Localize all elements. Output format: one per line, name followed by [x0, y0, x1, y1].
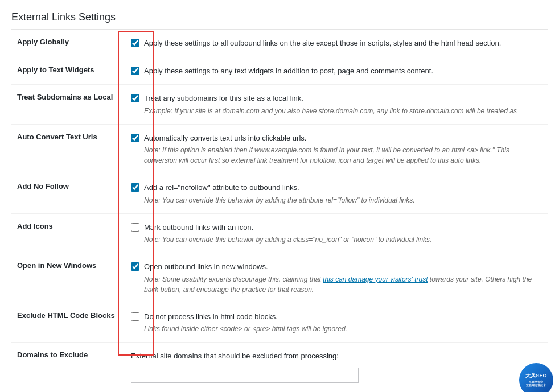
label-open-new-windows: Open in New Windows — [11, 253, 125, 303]
domains-label: Domains to Exclude — [11, 343, 125, 391]
settings-row-apply-text-widgets: Apply to Text WidgetsApply these setting… — [11, 57, 548, 85]
label-auto-convert-urls: Auto Convert Text Urls — [11, 124, 125, 174]
settings-table: Apply GloballyApply these settings to al… — [11, 30, 548, 343]
main-desc-treat-subdomains: Treat any subdomains for this site as a … — [144, 93, 517, 104]
sub-note-treat-subdomains: Example: If your site is at domain.com a… — [144, 106, 517, 116]
domains-desc: External site domains that should be exc… — [131, 350, 542, 362]
domains-input-area — [131, 365, 542, 383]
checkbox-apply-globally[interactable] — [131, 39, 139, 47]
control-row-auto-convert-urls: Automatically converts text urls into cl… — [131, 133, 542, 166]
settings-row-add-icons: Add IconsMark outbound links with an ico… — [11, 213, 548, 253]
checkbox-add-no-follow[interactable] — [131, 183, 139, 192]
label-apply-text-widgets: Apply to Text Widgets — [11, 57, 125, 85]
main-desc-apply-globally: Apply these settings to all outbound lin… — [144, 38, 501, 49]
main-desc-exclude-html-blocks: Do not process links in html code blocks… — [144, 311, 347, 323]
domains-row: Domains to Exclude External site domains… — [11, 343, 548, 391]
settings-row-exclude-html-blocks: Exclude HTML Code BlocksDo not process l… — [11, 303, 548, 343]
checkbox-open-new-windows[interactable] — [131, 262, 139, 271]
control-row-open-new-windows: Open outbound links in new windows.Note:… — [131, 261, 542, 295]
control-row-apply-globally: Apply these settings to all outbound lin… — [131, 38, 542, 49]
sub-note-open-new-windows: Note: Some usability experts discourage … — [144, 274, 542, 295]
settings-row-auto-convert-urls: Auto Convert Text UrlsAutomatically conv… — [11, 124, 548, 174]
control-row-exclude-html-blocks: Do not process links in html code blocks… — [131, 311, 542, 335]
settings-row-open-new-windows: Open in New WindowsOpen outbound links i… — [11, 253, 548, 303]
page-wrap: External Links Settings Apply GloballyAp… — [0, 0, 559, 392]
label-apply-globally: Apply Globally — [11, 30, 125, 57]
page-title: External Links Settings — [11, 11, 548, 30]
settings-row-apply-globally: Apply GloballyApply these settings to al… — [11, 30, 548, 57]
control-row-add-no-follow: Add a rel="nofollow" attribute to outbou… — [131, 182, 542, 205]
sub-note-add-no-follow: Note: You can override this behavior by … — [144, 195, 415, 205]
main-desc-open-new-windows: Open outbound links in new windows. — [144, 261, 542, 273]
sub-note-add-icons: Note: You can override this behavior by … — [144, 234, 431, 245]
settings-row-treat-subdomains: Treat Subdomains as LocalTreat any subdo… — [11, 85, 548, 125]
domains-input[interactable] — [131, 368, 359, 383]
control-row-apply-text-widgets: Apply these settings to any text widgets… — [131, 65, 542, 77]
main-desc-apply-text-widgets: Apply these settings to any text widgets… — [144, 65, 433, 77]
main-desc-add-icons: Mark outbound links with an icon. — [144, 222, 431, 233]
main-desc-add-no-follow: Add a rel="nofollow" attribute to outbou… — [144, 182, 415, 193]
sub-note-auto-convert-urls: Note: If this option is enabled then if … — [144, 145, 542, 166]
watermark: 大兵SEO 互联网行业 互联网运营技术 — [519, 363, 553, 393]
label-add-no-follow: Add No Follow — [11, 174, 125, 214]
sub-note-exclude-html-blocks: Links found inside either <code> or <pre… — [144, 324, 347, 334]
checkbox-apply-text-widgets[interactable] — [131, 67, 139, 75]
checkbox-exclude-html-blocks[interactable] — [131, 312, 139, 321]
checkbox-treat-subdomains[interactable] — [131, 94, 139, 102]
label-add-icons: Add Icons — [11, 213, 125, 253]
label-treat-subdomains: Treat Subdomains as Local — [11, 85, 125, 125]
main-desc-auto-convert-urls: Automatically converts text urls into cl… — [144, 133, 542, 144]
watermark-text: 大兵SEO 互联网行业 互联网运营技术 — [525, 373, 546, 387]
checkbox-auto-convert-urls[interactable] — [131, 134, 139, 142]
control-row-add-icons: Mark outbound links with an icon.Note: Y… — [131, 222, 542, 245]
domains-section: Domains to Exclude External site domains… — [11, 343, 548, 391]
checkbox-add-icons[interactable] — [131, 223, 139, 232]
settings-row-add-no-follow: Add No FollowAdd a rel="nofollow" attrib… — [11, 174, 548, 214]
link-open-new-windows[interactable]: this can damage your visitors' trust — [323, 275, 428, 283]
label-exclude-html-blocks: Exclude HTML Code Blocks — [11, 303, 125, 343]
control-row-treat-subdomains: Treat any subdomains for this site as a … — [131, 93, 542, 116]
